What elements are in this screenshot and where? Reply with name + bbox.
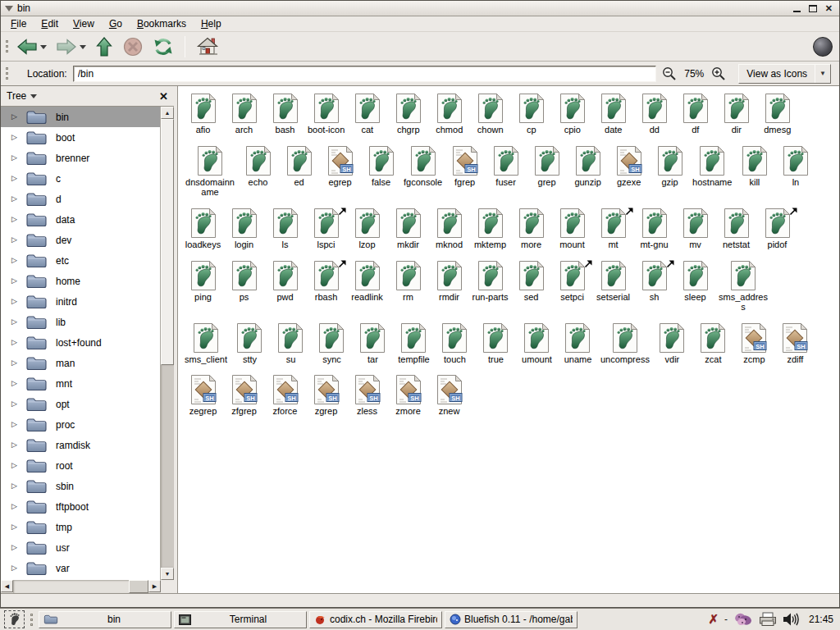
file-loadkeys[interactable]: loadkeys (185, 208, 221, 250)
expander-icon[interactable]: ▷ (11, 462, 19, 469)
file-chgrp[interactable]: chgrp (390, 93, 427, 135)
expander-icon[interactable]: ▷ (11, 523, 19, 531)
scroll-down-icon[interactable]: ▼ (161, 568, 174, 580)
tree-item-ramdisk[interactable]: ▷ramdisk (1, 435, 160, 455)
expander-icon[interactable]: ▷ (11, 257, 19, 264)
view-mode-button[interactable]: View as Icons ▼ (738, 64, 831, 84)
expander-icon[interactable]: ▷ (11, 421, 19, 428)
file-dnsdomainname[interactable]: dnsdomainname (185, 145, 235, 198)
file-mkdir[interactable]: mkdir (390, 208, 427, 250)
zoom-out-button[interactable] (662, 66, 677, 80)
file-boot-icon[interactable]: boot-icon (308, 93, 345, 135)
task-button-terminal[interactable]: Terminal (174, 611, 307, 628)
expander-icon[interactable]: ▷ (11, 134, 19, 141)
forward-button[interactable] (53, 34, 89, 59)
locationbar-grip[interactable] (4, 67, 10, 80)
file-ping[interactable]: ping (185, 260, 221, 303)
file-zcmp[interactable]: SHzcmp (736, 322, 773, 365)
tree-item-d[interactable]: ▷d (1, 189, 160, 209)
file-readlink[interactable]: readlink (349, 260, 386, 303)
expander-icon[interactable]: ▷ (11, 236, 19, 244)
view-mode-dropdown-icon[interactable]: ▼ (815, 65, 830, 83)
expander-icon[interactable]: ▷ (11, 544, 19, 551)
scroll-right-icon[interactable]: ▶ (148, 580, 161, 592)
forward-dropdown-icon[interactable] (80, 45, 86, 52)
file-gunzip[interactable]: gunzip (569, 145, 606, 188)
file-df[interactable]: df (677, 93, 714, 135)
sidebar-close-icon[interactable]: ✕ (159, 90, 168, 103)
task-button-folder[interactable]: bin (39, 611, 171, 628)
expander-icon[interactable]: ▷ (11, 400, 19, 408)
tree-item-etc[interactable]: ▷etc (1, 250, 160, 271)
gnome-menu-button[interactable] (4, 610, 25, 628)
location-input[interactable] (73, 66, 657, 82)
file-pidof[interactable]: pidof (759, 208, 796, 250)
file-setpci[interactable]: setpci (554, 260, 591, 303)
file-zcat[interactable]: zcat (695, 322, 732, 365)
expander-icon[interactable]: ▷ (11, 216, 19, 223)
taskbar-grip[interactable] (29, 614, 34, 626)
file-chown[interactable]: chown (472, 93, 509, 135)
tree-horizontal-scrollbar[interactable]: ◀ ▶ (1, 580, 161, 593)
menu-help[interactable]: Help (194, 16, 229, 31)
expander-icon[interactable]: ▷ (11, 503, 19, 510)
refresh-button[interactable] (150, 34, 176, 59)
file-zforce[interactable]: SHzforce (267, 374, 304, 417)
tree-item-proc[interactable]: ▷proc (1, 414, 160, 435)
file-uname[interactable]: uname (559, 322, 596, 365)
file-cpio[interactable]: cpio (554, 93, 591, 135)
menu-go[interactable]: Go (102, 16, 130, 31)
file-fuser[interactable]: fuser (487, 145, 524, 188)
menu-file[interactable]: File (3, 16, 34, 31)
tree-item-lib[interactable]: ▷lib (1, 312, 160, 332)
minimize-button[interactable] (793, 5, 801, 12)
file-su[interactable]: su (272, 322, 309, 365)
expander-icon[interactable]: ▷ (11, 298, 19, 305)
menu-edit[interactable]: Edit (34, 16, 66, 31)
file-dmesg[interactable]: dmesg (759, 93, 796, 135)
file-lspci[interactable]: lspci (308, 208, 345, 250)
file-stty[interactable]: stty (231, 322, 268, 365)
file-zdiff[interactable]: SHzdiff (777, 322, 814, 365)
file-false[interactable]: false (363, 145, 399, 188)
titlebar[interactable]: bin ✕ (1, 1, 839, 16)
file-sleep[interactable]: sleep (677, 260, 714, 303)
file-ls[interactable]: ls (267, 208, 304, 250)
file-mount[interactable]: mount (554, 208, 591, 250)
file-echo[interactable]: echo (240, 145, 276, 188)
tree-item-brenner[interactable]: ▷brenner (1, 148, 160, 168)
tree-item-tmp[interactable]: ▷tmp (1, 517, 160, 537)
file-chmod[interactable]: chmod (431, 93, 468, 135)
tree-item-data[interactable]: ▷data (1, 209, 160, 230)
tree-item-initrd[interactable]: ▷initrd (1, 291, 160, 312)
file-rmdir[interactable]: rmdir (431, 260, 468, 303)
expander-icon[interactable]: ▷ (11, 277, 19, 285)
tree-item-lost+found[interactable]: ▷lost+found (1, 332, 160, 353)
scroll-left-icon[interactable]: ◀ (1, 580, 13, 592)
file-hostname[interactable]: hostname (692, 145, 732, 188)
file-uncompress[interactable]: uncompress (600, 322, 650, 365)
expander-icon[interactable]: ▷ (11, 195, 19, 203)
tree-item-usr[interactable]: ▷usr (1, 537, 160, 558)
file-grep[interactable]: grep (528, 145, 565, 188)
toolbar-grip[interactable] (4, 40, 10, 52)
expander-icon[interactable]: ▷ (11, 441, 19, 449)
file-sync[interactable]: sync (313, 322, 350, 365)
file-znew[interactable]: SHznew (431, 374, 468, 417)
task-button-firebird[interactable]: codix.ch - Mozilla Firebird (309, 611, 442, 628)
file-touch[interactable]: touch (436, 322, 473, 365)
file-sms_address[interactable]: sms_address (718, 260, 769, 313)
scroll-up-icon[interactable]: ▲ (161, 107, 174, 119)
back-button[interactable] (14, 34, 49, 59)
tree-item-root[interactable]: ▷root (1, 455, 160, 476)
file-ps[interactable]: ps (226, 260, 262, 303)
expander-icon[interactable]: ▷ (11, 564, 19, 572)
file-gzip[interactable]: gzip (651, 145, 688, 188)
volume-icon[interactable] (783, 612, 801, 627)
file-netstat[interactable]: netstat (718, 208, 755, 250)
back-dropdown-icon[interactable] (40, 45, 47, 52)
file-cat[interactable]: cat (349, 93, 386, 135)
expander-icon[interactable]: ▷ (11, 318, 19, 326)
task-button-bluefish[interactable]: Bluefish 0.11 - /home/gabriel/d (445, 611, 578, 628)
file-fgconsole[interactable]: fgconsole (404, 145, 442, 188)
